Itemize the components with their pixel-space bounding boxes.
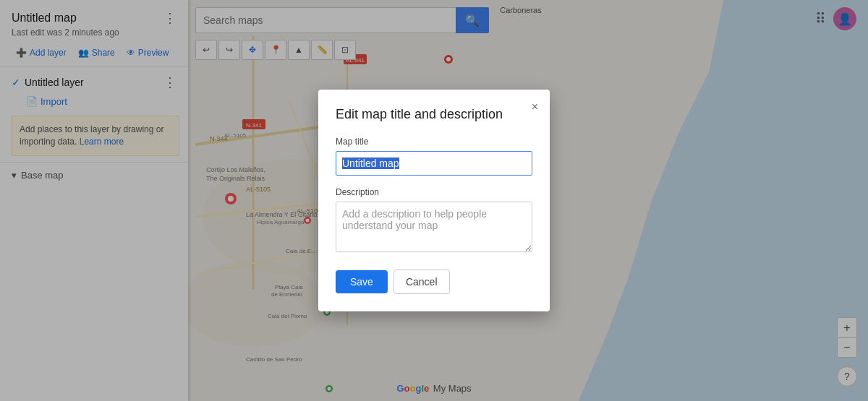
save-button[interactable]: Save xyxy=(336,270,388,293)
dialog-close-button[interactable]: × xyxy=(529,98,541,116)
map-title-label: Map title xyxy=(336,137,532,147)
dialog-title: Edit map title and description xyxy=(336,107,532,122)
map-title-field: Map title xyxy=(336,137,532,176)
map-title-input[interactable] xyxy=(336,151,532,176)
description-field: Description xyxy=(336,187,532,255)
dialog-overlay: × Edit map title and description Map tit… xyxy=(0,0,868,401)
cancel-button[interactable]: Cancel xyxy=(393,270,450,294)
dialog-actions: Save Cancel xyxy=(336,270,532,294)
description-input[interactable] xyxy=(336,202,532,252)
description-label: Description xyxy=(336,187,532,197)
edit-map-dialog: × Edit map title and description Map tit… xyxy=(318,90,550,311)
